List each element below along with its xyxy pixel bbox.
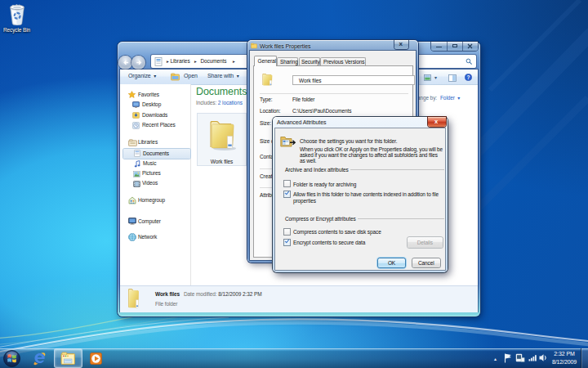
- svg-text:?: ?: [467, 74, 470, 80]
